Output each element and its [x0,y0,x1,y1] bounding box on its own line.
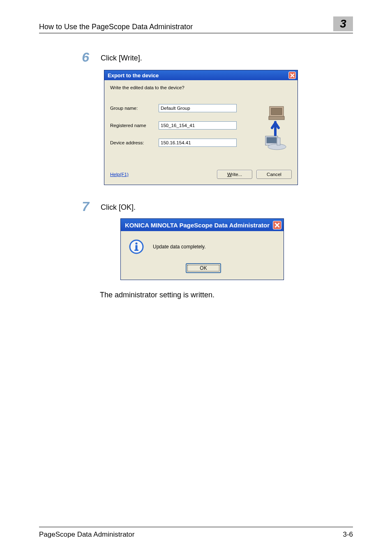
close-icon[interactable] [273,221,281,229]
chapter-badge: 3 [333,16,353,31]
export-prompt: Write the edited data to the device? [110,85,292,90]
confirm-dialog-body: Update data completely. OK [121,231,284,280]
close-icon[interactable] [288,72,296,79]
export-dialog-title: Export to the device [108,72,159,79]
device-address-input[interactable] [159,139,237,147]
group-name-label: Group name: [110,106,159,111]
export-dialog: Export to the device Write the edited da… [104,70,298,185]
svg-point-8 [135,242,137,244]
export-dialog-footer: Help(F1) Write... Cancel [110,170,292,179]
page-footer: PageScope Data Administrator 3-6 [39,527,353,539]
step-6-text: Click [Write]. [101,50,142,63]
confirm-dialog: KONICA MINOLTA PageScope Data Administra… [120,218,284,280]
write-button[interactable]: Write... [217,170,252,179]
ok-button[interactable]: OK [186,263,221,273]
help-link[interactable]: Help(F1) [110,172,213,177]
svg-rect-2 [269,116,284,120]
confirm-message-text: Update data completely. [153,244,206,250]
export-dialog-titlebar[interactable]: Export to the device [104,70,297,80]
confirm-dialog-titlebar[interactable]: KONICA MINOLTA PageScope Data Administra… [121,219,284,231]
device-address-label: Device address: [110,140,159,145]
step-6-number: 6 [76,50,101,65]
step-7-number: 7 [76,199,101,214]
conclusion-text: The administrator setting is written. [100,291,353,299]
cancel-button[interactable]: Cancel [256,170,292,179]
group-name-input[interactable] [159,104,237,112]
confirm-message-row: Update data completely. [129,239,278,254]
confirm-dialog-title: KONICA MINOLTA PageScope Data Administra… [125,222,270,229]
svg-rect-10 [134,250,138,251]
step-7: 7 Click [OK]. [39,199,353,214]
svg-rect-1 [271,108,282,115]
footer-page: 3-6 [343,531,353,539]
export-dialog-body: Write the edited data to the device? Gro… [104,80,297,185]
info-icon [129,239,144,254]
header-title: How to Use the PageScope Data Administra… [39,23,193,31]
registered-name-label: Registered name [110,123,159,128]
step-6: 6 Click [Write]. [39,50,353,65]
svg-rect-4 [267,137,277,143]
step-7-text: Click [OK]. [101,199,136,212]
footer-product: PageScope Data Administrator [39,531,134,539]
svg-rect-6 [277,138,280,145]
chapter-number: 3 [340,17,346,30]
device-to-computer-icon [261,106,288,151]
page-header: How to Use the PageScope Data Administra… [39,16,353,33]
registered-name-input[interactable] [159,121,237,130]
